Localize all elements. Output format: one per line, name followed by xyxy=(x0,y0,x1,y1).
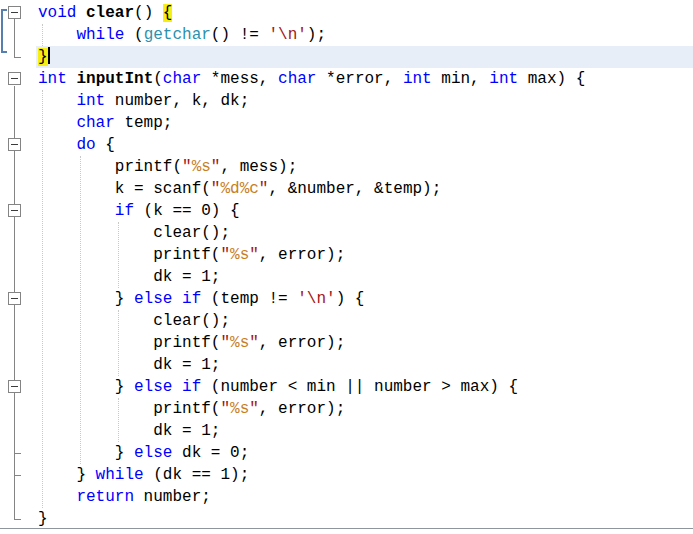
code-text: int xyxy=(403,70,432,88)
code-text: if xyxy=(115,202,134,220)
code-line[interactable]: printf("%s", error); xyxy=(0,332,693,354)
code-line[interactable]: while (getchar() != '\n'); xyxy=(0,24,693,46)
code-text: dk = 1; xyxy=(38,268,220,286)
code-text: clear(); xyxy=(38,312,230,330)
code-line[interactable]: } while (dk == 1); xyxy=(0,464,693,486)
code-text: (dk == 1); xyxy=(144,466,250,484)
code-text: while xyxy=(76,26,124,44)
code-text: void xyxy=(38,4,76,22)
code-text xyxy=(172,378,182,396)
code-text: (temp != xyxy=(201,290,297,308)
fold-connector-line xyxy=(14,19,15,58)
code-text: " xyxy=(211,180,221,198)
code-area[interactable]: void clear() { while (getchar() != '\n')… xyxy=(0,2,693,530)
code-text: , error); xyxy=(259,400,345,418)
code-text xyxy=(38,92,76,110)
code-text: clear(); xyxy=(38,224,230,242)
code-line[interactable]: } else if (temp != '\n') { xyxy=(0,288,693,310)
code-line[interactable]: dk = 1; xyxy=(0,354,693,376)
code-text: %d%c xyxy=(220,180,258,198)
code-text: %s xyxy=(230,334,249,352)
matched-brace: } xyxy=(38,48,48,66)
code-text: while xyxy=(96,466,144,484)
fold-end-icon xyxy=(14,57,21,58)
fold-end-icon xyxy=(14,453,21,454)
code-line[interactable]: char temp; xyxy=(0,112,693,134)
code-text: do xyxy=(76,136,95,154)
code-text xyxy=(38,488,76,506)
code-text: } xyxy=(38,378,134,396)
code-line[interactable]: } else if (number < min || number > max)… xyxy=(0,376,693,398)
code-line[interactable]: } xyxy=(0,508,693,530)
code-text: dk = 0; xyxy=(172,444,249,462)
code-text: temp; xyxy=(115,114,173,132)
code-text: else xyxy=(134,378,172,396)
code-text: %s xyxy=(230,400,249,418)
code-text: char xyxy=(278,70,316,88)
code-text xyxy=(67,70,77,88)
code-text: '\n' xyxy=(268,26,306,44)
fold-end-icon xyxy=(14,519,21,520)
code-line[interactable]: int inputInt(char *mess, char *error, in… xyxy=(0,68,693,90)
code-text: else xyxy=(134,290,172,308)
fold-collapse-icon[interactable] xyxy=(8,138,21,151)
code-text: dk = 1; xyxy=(38,422,220,440)
code-text: } xyxy=(38,444,134,462)
code-text: return xyxy=(76,488,134,506)
code-text: (k == 0) { xyxy=(134,202,240,220)
code-line[interactable]: k = scanf("%d%c", &number, &temp); xyxy=(0,178,693,200)
fold-collapse-icon[interactable] xyxy=(8,292,21,305)
code-text: int xyxy=(489,70,518,88)
code-text: () != xyxy=(211,26,269,44)
code-line[interactable]: dk = 1; xyxy=(0,420,693,442)
code-text: " xyxy=(220,246,230,264)
code-text: ); xyxy=(307,26,326,44)
code-line[interactable]: if (k == 0) { xyxy=(0,200,693,222)
code-text: ( xyxy=(124,26,143,44)
text-cursor xyxy=(48,47,50,64)
code-text: number; xyxy=(134,488,211,506)
code-line[interactable]: do { xyxy=(0,134,693,156)
code-text: { xyxy=(96,136,115,154)
code-text: *error, xyxy=(316,70,402,88)
fold-collapse-icon[interactable] xyxy=(8,72,21,85)
code-text: " xyxy=(249,246,259,264)
fold-collapse-icon[interactable] xyxy=(8,204,21,217)
code-text: } xyxy=(38,510,48,528)
code-text: else xyxy=(134,444,172,462)
fold-collapse-icon[interactable] xyxy=(8,6,21,19)
code-text: int xyxy=(38,70,67,88)
code-editor[interactable]: void clear() { while (getchar() != '\n')… xyxy=(0,0,693,534)
code-text: printf( xyxy=(38,400,220,418)
code-line[interactable]: } xyxy=(0,46,693,68)
code-text: (number < min || number > max) { xyxy=(201,378,518,396)
code-text: getchar xyxy=(144,26,211,44)
matched-brace: { xyxy=(163,4,173,22)
code-text: , mess); xyxy=(220,158,297,176)
code-line[interactable]: } else dk = 0; xyxy=(0,442,693,464)
editor-bottom-border xyxy=(0,528,693,529)
code-line[interactable]: void clear() { xyxy=(0,2,693,24)
fold-collapse-icon[interactable] xyxy=(8,380,21,393)
code-text: int xyxy=(76,92,105,110)
code-line[interactable]: printf("%s", mess); xyxy=(0,156,693,178)
code-text: " xyxy=(220,400,230,418)
code-text: number, k, dk; xyxy=(105,92,249,110)
code-text: dk = 1; xyxy=(38,356,220,374)
fold-end-icon xyxy=(14,475,21,476)
code-text: *mess, xyxy=(201,70,278,88)
code-text: " xyxy=(249,400,259,418)
code-line[interactable]: printf("%s", error); xyxy=(0,398,693,420)
code-line[interactable]: printf("%s", error); xyxy=(0,244,693,266)
code-text: char xyxy=(76,114,114,132)
code-line[interactable]: dk = 1; xyxy=(0,266,693,288)
code-text: printf( xyxy=(38,334,220,352)
code-line[interactable]: return number; xyxy=(0,486,693,508)
code-line[interactable]: int number, k, dk; xyxy=(0,90,693,112)
code-text: } xyxy=(38,290,134,308)
code-line[interactable]: clear(); xyxy=(0,222,693,244)
code-text: char xyxy=(163,70,201,88)
code-line[interactable]: clear(); xyxy=(0,310,693,332)
code-text xyxy=(38,136,76,154)
code-text xyxy=(38,26,76,44)
